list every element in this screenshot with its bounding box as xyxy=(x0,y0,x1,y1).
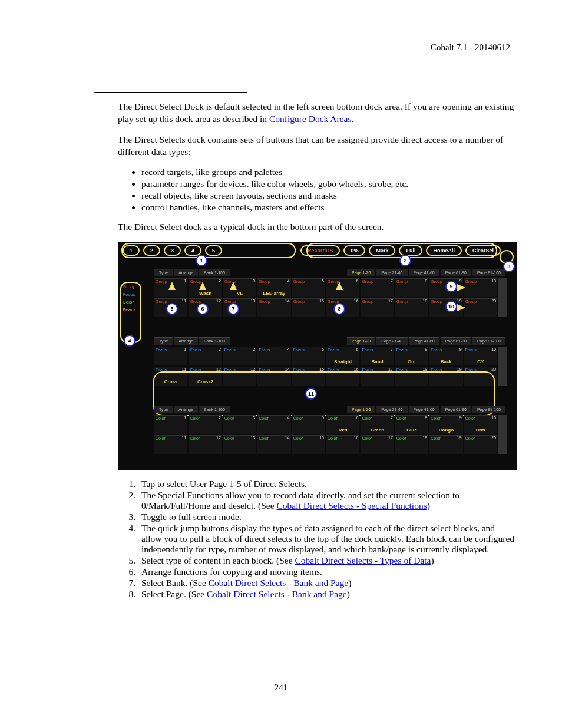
ds-cell[interactable]: Color14 xyxy=(257,435,290,454)
bullet-item: control handles, like channels, masters … xyxy=(141,202,515,213)
block-header-button[interactable]: Page 1-20 xyxy=(347,269,375,276)
ds-block-3: TypeArrangeBank 1-100Page 1-20Page 21-40… xyxy=(154,406,507,470)
block-header-button[interactable]: Type xyxy=(154,337,173,345)
ds-cell[interactable]: Color11 xyxy=(154,435,187,454)
block-header-button[interactable]: Page 41-60 xyxy=(409,337,439,345)
ds-cell[interactable]: Color3 xyxy=(223,415,256,434)
inline-link[interactable]: Cobalt Direct Selects - Types of Data xyxy=(295,555,431,565)
arrow-icon xyxy=(199,282,206,290)
ds-cell[interactable]: Group14 xyxy=(257,298,290,317)
ds-cell[interactable]: Color2 xyxy=(189,415,222,434)
ds-cell[interactable]: Color5 xyxy=(292,415,325,434)
arrow-icon xyxy=(230,282,237,290)
fn-clearsel[interactable]: ClearSel xyxy=(465,245,501,256)
block-header-button[interactable]: Bank 1-100 xyxy=(199,406,230,413)
block-header-button[interactable]: Page 61-80 xyxy=(441,406,471,413)
ds-cell[interactable]: Color4 xyxy=(257,415,290,434)
ds-cell[interactable]: Color6Red xyxy=(326,415,359,434)
fn-zero[interactable]: 0% xyxy=(343,245,365,256)
ds-cell[interactable]: Group4LED array xyxy=(257,278,290,297)
block-header-button[interactable]: Bank 1-100 xyxy=(199,337,230,345)
quickjump-group[interactable]: Group xyxy=(123,283,146,291)
ds-cell[interactable]: Focus1 xyxy=(154,347,187,365)
link-configure-dock-areas[interactable]: Configure Dock Areas xyxy=(269,114,351,124)
ds-cell[interactable]: Focus2 xyxy=(189,347,222,365)
block-header-button[interactable]: Page 21-40 xyxy=(376,337,407,345)
ds-cell[interactable]: Color15 xyxy=(292,435,325,454)
ds-cell[interactable]: Group8 xyxy=(395,278,428,297)
block-header-button[interactable]: Page 21-40 xyxy=(376,406,407,413)
ds-cell[interactable]: Group10 xyxy=(464,278,497,297)
block-header-button[interactable]: Page 81-100 xyxy=(472,406,505,413)
ds-cell[interactable]: Color9Congo xyxy=(429,415,462,434)
block-header-button[interactable]: Bank 1-100 xyxy=(199,269,230,276)
ds-cell[interactable]: Color16 xyxy=(326,435,359,454)
ds-cell[interactable]: Color7Green xyxy=(361,415,394,434)
block-header-button[interactable]: Page 81-100 xyxy=(472,337,505,345)
text: . xyxy=(351,114,353,124)
arrow-icon xyxy=(457,284,465,291)
ds-cell[interactable]: Color19 xyxy=(429,435,462,454)
fn-mark[interactable]: Mark xyxy=(369,245,395,256)
ds-cell[interactable]: Group3VL xyxy=(223,278,256,297)
ds-cell[interactable]: Color20 xyxy=(464,435,497,454)
tab-2[interactable]: 2 xyxy=(143,245,160,256)
ds-cell[interactable]: Focus6Straight xyxy=(326,347,359,365)
quickjump-focus[interactable]: Focus xyxy=(123,291,146,298)
ds-cell[interactable]: Color8Blue xyxy=(395,415,428,434)
block-header-button[interactable]: Page 1-20 xyxy=(347,406,375,413)
ds-cell[interactable]: Focus9Back xyxy=(429,347,462,365)
ds-cell[interactable]: Color1 xyxy=(154,415,187,434)
bullet-item: parameter ranges for devices, like color… xyxy=(141,179,515,189)
ds-cell[interactable]: Focus7Band xyxy=(361,347,394,365)
block-header-button[interactable]: Arrange xyxy=(174,337,198,345)
inline-link[interactable]: Cobalt Direct Selects - Bank and Page xyxy=(207,589,347,599)
tab-5[interactable]: 5 xyxy=(205,245,222,256)
tab-4[interactable]: 4 xyxy=(184,245,201,256)
block-header-button[interactable]: Page 61-80 xyxy=(441,337,471,345)
bullet-item: record targets, like groups and palettes xyxy=(141,167,515,177)
block-header-button[interactable]: Page 41-60 xyxy=(409,406,439,413)
tab-1[interactable]: 1 xyxy=(123,245,140,256)
ds-cell[interactable]: Focus3 xyxy=(223,347,256,365)
block-header-button[interactable]: Type xyxy=(154,406,173,413)
block-header-button[interactable]: Arrange xyxy=(174,269,198,276)
ds-cell[interactable]: Group7 xyxy=(361,278,394,297)
block-scroll[interactable] xyxy=(498,415,507,454)
ds-cell[interactable]: Group5 xyxy=(292,278,325,297)
block-header-button[interactable]: Arrange xyxy=(174,406,198,413)
block-header-button[interactable]: Page 61-80 xyxy=(441,269,471,276)
ds-cell[interactable]: Group18 xyxy=(395,298,428,317)
fn-full[interactable]: Full xyxy=(399,245,422,256)
quickjump-beam[interactable]: Beam xyxy=(123,306,146,314)
block-scroll[interactable] xyxy=(498,278,507,317)
ds-cell[interactable]: Color13 xyxy=(223,435,256,454)
ds-cell[interactable]: Group20 xyxy=(464,298,497,317)
ds-cell[interactable]: Color10O/W xyxy=(464,415,497,434)
callout-2: 2 xyxy=(399,255,411,266)
block-header-button[interactable]: Page 41-60 xyxy=(409,269,439,276)
ds-cell[interactable]: Color17 xyxy=(361,435,394,454)
inline-link[interactable]: Cobalt Direct Selects - Bank and Page xyxy=(209,578,349,588)
ds-cell[interactable]: Focus5 xyxy=(292,347,325,365)
ds-cell[interactable]: Focus4 xyxy=(257,347,290,365)
fn-homeall[interactable]: HomeAll xyxy=(426,245,462,256)
ds-cell[interactable]: Color18 xyxy=(395,435,428,454)
inline-link[interactable]: Cobalt Direct Selects - Special Function… xyxy=(276,500,427,510)
block-header-button[interactable]: Page 1-20 xyxy=(347,337,375,345)
ds-cell[interactable]: Color12 xyxy=(189,435,222,454)
ds-cell[interactable]: Focus10CY xyxy=(464,347,497,365)
block-header-button[interactable]: Page 81-100 xyxy=(472,269,505,276)
ds-cell[interactable]: Group17 xyxy=(361,298,394,317)
ds-cell[interactable]: Focus8Out xyxy=(395,347,428,365)
ds-cell[interactable]: Group15 xyxy=(292,298,325,317)
fn-record[interactable]: RecordDS xyxy=(300,245,340,256)
block-header-button[interactable]: Type xyxy=(154,269,173,276)
callout-4: 4 xyxy=(124,335,135,347)
block-scroll[interactable] xyxy=(498,347,507,386)
quickjump-color[interactable]: Color xyxy=(123,298,146,306)
block-header-button[interactable]: Page 21-40 xyxy=(376,269,407,276)
arrow-icon xyxy=(457,304,465,311)
ds-cell[interactable]: Group6 xyxy=(326,278,359,297)
tab-3[interactable]: 3 xyxy=(164,245,181,256)
